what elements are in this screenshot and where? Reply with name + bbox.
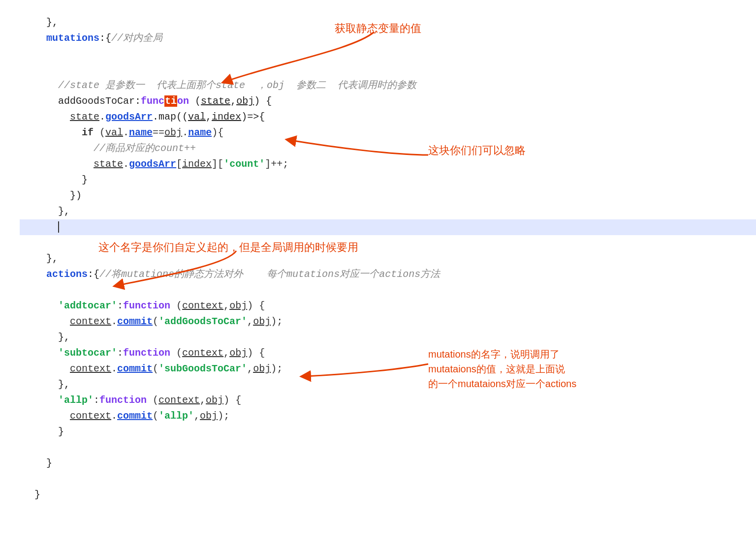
code-line: } bbox=[20, 456, 756, 471]
line-content: 'subtocar':function (context,obj) { bbox=[34, 345, 756, 361]
line-content bbox=[34, 440, 756, 456]
line-content: //state 是参数一 代表上面那个state ，obj 参数二 代表调用时的… bbox=[34, 78, 756, 93]
line-content: context.commit('allp',obj); bbox=[34, 408, 756, 424]
code-line: }, bbox=[20, 377, 756, 393]
line-content: state.goodsArr.map((val,index)=>{ bbox=[34, 109, 756, 125]
code-area: }, mutations:{//对内全局 //state 是参数一 代表上面那个… bbox=[0, 10, 756, 508]
code-line: }, bbox=[20, 330, 756, 345]
code-line-subtocar: 'subtocar':function (context,obj) { bbox=[20, 345, 756, 361]
code-line: //state 是参数一 代表上面那个state ，obj 参数二 代表调用时的… bbox=[20, 78, 756, 93]
line-content: context.commit('addGoodsToCar',obj); bbox=[34, 314, 756, 330]
code-line: mutations:{//对内全局 bbox=[20, 30, 756, 46]
code-line-addtocar: 'addtocar':function (context,obj) { bbox=[20, 298, 756, 314]
line-content: mutations:{//对内全局 bbox=[34, 30, 756, 46]
line-content: }, bbox=[34, 251, 756, 267]
line-content: } bbox=[34, 172, 756, 188]
line-content bbox=[34, 471, 756, 487]
code-line: //商品对应的count++ bbox=[20, 141, 756, 156]
code-line bbox=[20, 471, 756, 487]
line-content: }) bbox=[34, 188, 756, 204]
line-content bbox=[34, 219, 756, 235]
line-content: } bbox=[34, 424, 756, 440]
line-content bbox=[34, 282, 756, 298]
code-line bbox=[20, 282, 756, 298]
line-content: actions:{//将mutations的静态方法对外 每个mutations… bbox=[34, 267, 756, 282]
code-line bbox=[20, 46, 756, 62]
code-line: } bbox=[20, 172, 756, 188]
line-content: if (val.name==obj.name){ bbox=[34, 125, 756, 141]
line-content: } bbox=[34, 456, 756, 471]
line-content: }, bbox=[34, 330, 756, 345]
code-line: }) bbox=[20, 188, 756, 204]
line-content: }, bbox=[34, 204, 756, 219]
code-line bbox=[20, 62, 756, 78]
line-content: state.goodsArr[index]['count']++; bbox=[34, 156, 756, 172]
code-line: state.goodsArr.map((val,index)=>{ bbox=[20, 109, 756, 125]
code-line: } bbox=[20, 424, 756, 440]
line-content: addGoodsToCar:function (state,obj) { bbox=[34, 93, 756, 109]
code-line: }, bbox=[20, 15, 756, 30]
code-line: context.commit('allp',obj); bbox=[20, 408, 756, 424]
line-content: 'allp':function (context,obj) { bbox=[34, 393, 756, 408]
line-content: context.commit('subGoodsToCar',obj); bbox=[34, 361, 756, 377]
code-line bbox=[20, 440, 756, 456]
line-content: }, bbox=[34, 377, 756, 393]
code-line: state.goodsArr[index]['count']++; bbox=[20, 156, 756, 172]
code-line: context.commit('subGoodsToCar',obj); bbox=[20, 361, 756, 377]
line-content: }, bbox=[34, 15, 756, 30]
line-content bbox=[34, 235, 756, 251]
code-line-actions: actions:{//将mutations的静态方法对外 每个mutations… bbox=[20, 267, 756, 282]
line-content: //商品对应的count++ bbox=[34, 141, 756, 156]
line-content bbox=[34, 62, 756, 78]
code-line: if (val.name==obj.name){ bbox=[20, 125, 756, 141]
line-content bbox=[34, 46, 756, 62]
code-line-addgoods: addGoodsToCar:function (state,obj) { bbox=[20, 93, 756, 109]
line-content: 'addtocar':function (context,obj) { bbox=[34, 298, 756, 314]
code-line: }, bbox=[20, 251, 756, 267]
code-line bbox=[20, 235, 756, 251]
code-line: context.commit('addGoodsToCar',obj); bbox=[20, 314, 756, 330]
code-line: }, bbox=[20, 204, 756, 219]
cursor-line bbox=[20, 219, 756, 235]
code-line: } bbox=[20, 487, 756, 503]
code-line-allp: 'allp':function (context,obj) { bbox=[20, 393, 756, 408]
line-content: } bbox=[34, 487, 756, 503]
keyword-mutations: mutations bbox=[46, 32, 99, 44]
